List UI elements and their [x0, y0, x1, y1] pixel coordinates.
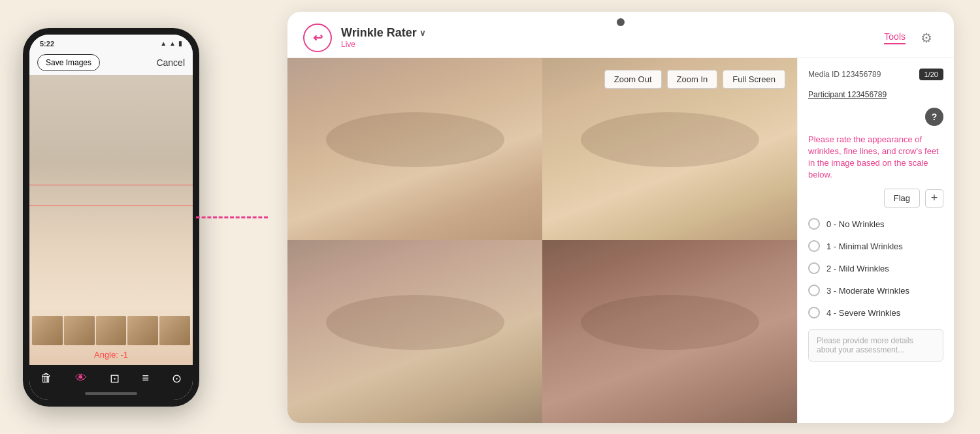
home-bar: [85, 392, 137, 395]
thumbnail-4[interactable]: [127, 316, 158, 345]
radio-label-2: 2 - Mild Wrinkles: [826, 264, 889, 273]
tablet-section: ↩ Wrinkle Rater ∨ Live Tools ⚙ Zoom Out …: [222, 0, 980, 434]
settings-button[interactable]: ⚙: [915, 26, 938, 50]
media-id-label: Media ID 123456789: [808, 70, 881, 79]
assessment-text-input[interactable]: Please provide more details about your a…: [808, 329, 943, 362]
radio-circle-1[interactable]: [808, 240, 820, 252]
camera-icon[interactable]: ⊙: [172, 371, 182, 386]
crop-icon[interactable]: ⊡: [110, 371, 120, 386]
radio-circle-4[interactable]: [808, 307, 820, 318]
flag-row: Flag +: [808, 189, 943, 208]
tablet-camera: [617, 18, 625, 26]
radio-label-4: 4 - Severe Wrinkles: [826, 308, 900, 318]
radio-label-1: 1 - Minimal Wrinkles: [826, 241, 903, 251]
radio-circle-0[interactable]: [808, 218, 820, 230]
flag-add-button[interactable]: +: [925, 189, 943, 208]
phone-inner: 5:22 ▲ ▲ ▮ Save Images Cancel: [29, 35, 193, 400]
face-image-3: [287, 240, 542, 423]
thumbnail-1[interactable]: [32, 316, 63, 345]
participant-link[interactable]: Participant 123456789: [808, 90, 887, 99]
app-status: Live: [341, 40, 426, 49]
signal-icon: ▲: [169, 40, 176, 47]
help-row: ?: [808, 108, 943, 126]
right-panel: Media ID 123456789 1/20 Participant 1234…: [797, 58, 954, 423]
radio-circle-3[interactable]: [808, 285, 820, 296]
full-screen-button[interactable]: Full Screen: [723, 70, 785, 89]
sliders-icon[interactable]: ≡: [142, 371, 149, 385]
rating-prompt: Please rate the appearance of wrinkles, …: [808, 134, 943, 181]
app-title: Wrinkle Rater ∨: [341, 26, 426, 40]
trash-icon[interactable]: 🗑: [41, 371, 52, 385]
radio-circle-2[interactable]: [808, 262, 820, 274]
phone-status-bar: 5:22 ▲ ▲ ▮: [29, 35, 193, 50]
eye-icon[interactable]: 👁: [75, 371, 87, 385]
participant-row: Participant 123456789: [808, 88, 943, 100]
tablet-frame: ↩ Wrinkle Rater ∨ Live Tools ⚙ Zoom Out …: [287, 12, 954, 423]
phone-camera-view: Angle: -1: [29, 75, 193, 365]
radio-item-0[interactable]: 0 - No Wrinkles: [808, 218, 943, 230]
thumbnail-strip: [32, 316, 190, 345]
thumbnail-5[interactable]: [159, 316, 190, 345]
face-image-grid: [287, 58, 797, 423]
phone-frame: 5:22 ▲ ▲ ▮ Save Images Cancel: [23, 28, 199, 407]
rating-radio-group: 0 - No Wrinkles 1 - Minimal Wrinkles 2 -…: [808, 218, 943, 318]
phone-header: Save Images Cancel: [29, 50, 193, 75]
battery-icon: ▮: [178, 40, 182, 47]
media-counter: 1/20: [919, 69, 943, 80]
app-logo: ↩: [303, 23, 332, 52]
radio-label-3: 3 - Moderate Wrinkles: [826, 286, 909, 296]
help-button[interactable]: ?: [925, 108, 943, 126]
radio-item-1[interactable]: 1 - Minimal Wrinkles: [808, 240, 943, 252]
alignment-line-1: [29, 185, 193, 185]
radio-item-2[interactable]: 2 - Mild Wrinkles: [808, 262, 943, 274]
phone-home-indicator: [29, 390, 193, 400]
face-image-1: [287, 58, 542, 241]
cancel-button[interactable]: Cancel: [156, 57, 185, 68]
chevron-down-icon[interactable]: ∨: [419, 28, 426, 38]
media-info-row: Media ID 123456789 1/20: [808, 69, 943, 80]
image-controls: Zoom Out Zoom In Full Screen: [604, 70, 785, 89]
logo-symbol: ↩: [313, 31, 323, 45]
flag-button[interactable]: Flag: [884, 189, 920, 208]
app-title-group: Wrinkle Rater ∨ Live: [341, 26, 426, 49]
image-panel: Zoom Out Zoom In Full Screen: [287, 58, 797, 423]
angle-label: Angle: -1: [94, 350, 128, 360]
phone-time: 5:22: [40, 40, 54, 48]
phone-section: 5:22 ▲ ▲ ▮ Save Images Cancel: [0, 0, 222, 434]
thumbnail-3[interactable]: [96, 316, 127, 345]
face-image-4: [542, 240, 797, 423]
radio-label-0: 0 - No Wrinkles: [826, 219, 885, 229]
phone-toolbar: 🗑 👁 ⊡ ≡ ⊙: [29, 365, 193, 390]
radio-item-4[interactable]: 4 - Severe Wrinkles: [808, 307, 943, 318]
thumbnail-2[interactable]: [64, 316, 95, 345]
connector-line: [196, 216, 268, 218]
zoom-out-button[interactable]: Zoom Out: [604, 70, 662, 89]
tab-tools[interactable]: Tools: [884, 31, 906, 44]
app-content: Zoom Out Zoom In Full Screen Media ID 12…: [287, 58, 954, 423]
wifi-icon: ▲: [160, 40, 167, 47]
app-name: Wrinkle Rater: [341, 26, 417, 40]
radio-item-3[interactable]: 3 - Moderate Wrinkles: [808, 285, 943, 296]
phone-status-icons: ▲ ▲ ▮: [160, 40, 182, 47]
save-images-button[interactable]: Save Images: [37, 54, 100, 71]
alignment-line-2: [29, 205, 193, 206]
face-photo: Angle: -1: [29, 75, 193, 365]
zoom-in-button[interactable]: Zoom In: [667, 70, 718, 89]
